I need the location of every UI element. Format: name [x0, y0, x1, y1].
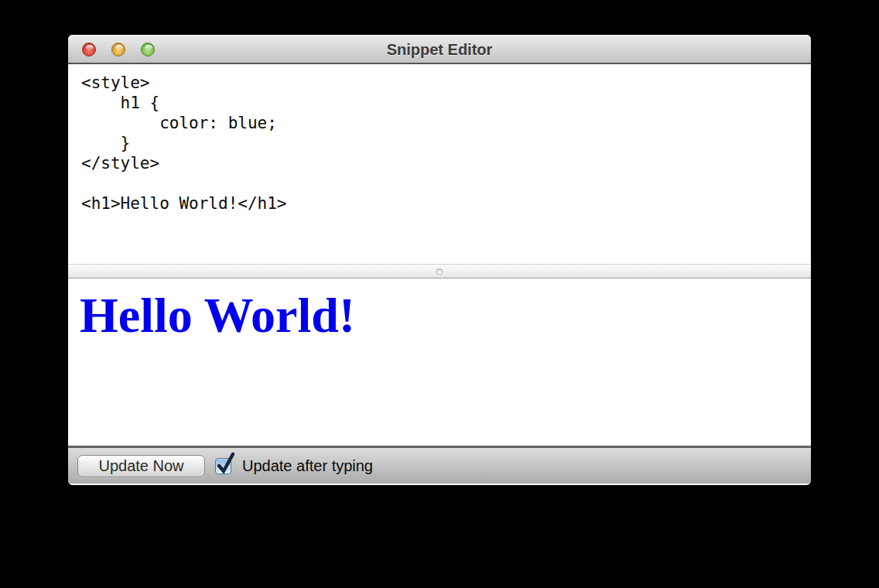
code-line	[81, 173, 803, 193]
code-line: }	[81, 133, 803, 153]
update-after-typing-checkbox[interactable]: Update after typing	[215, 457, 373, 475]
desktop-background: { "window": { "title": "Snippet Editor" …	[0, 0, 879, 588]
zoom-button-icon[interactable]	[141, 43, 155, 56]
code-editor[interactable]: <style> h1 { color: blue; } </style> <h1…	[68, 64, 811, 264]
code-line: h1 {	[81, 93, 803, 113]
bottom-toolbar: Update Now Update after typing	[68, 446, 811, 484]
splitter-grip-icon	[436, 268, 443, 275]
preview-heading: Hello World!	[68, 279, 811, 340]
html-preview: Hello World!	[68, 279, 811, 446]
code-line: <style>	[81, 73, 803, 93]
close-button-icon[interactable]	[82, 43, 96, 56]
pane-splitter[interactable]	[68, 264, 811, 279]
snippet-editor-window: Snippet Editor <style> h1 { color: blue;…	[68, 35, 811, 485]
code-line: color: blue;	[81, 113, 803, 133]
minimize-button-icon[interactable]	[111, 43, 125, 56]
window-title: Snippet Editor	[68, 35, 811, 64]
title-bar[interactable]: Snippet Editor	[68, 35, 811, 64]
checkbox-label: Update after typing	[242, 457, 373, 475]
code-line: <h1>Hello World!</h1>	[81, 193, 803, 214]
checkbox-check-icon	[216, 451, 236, 474]
code-line: </style>	[81, 153, 803, 173]
update-now-button[interactable]: Update Now	[77, 455, 205, 477]
checkbox-box-icon	[215, 458, 231, 474]
